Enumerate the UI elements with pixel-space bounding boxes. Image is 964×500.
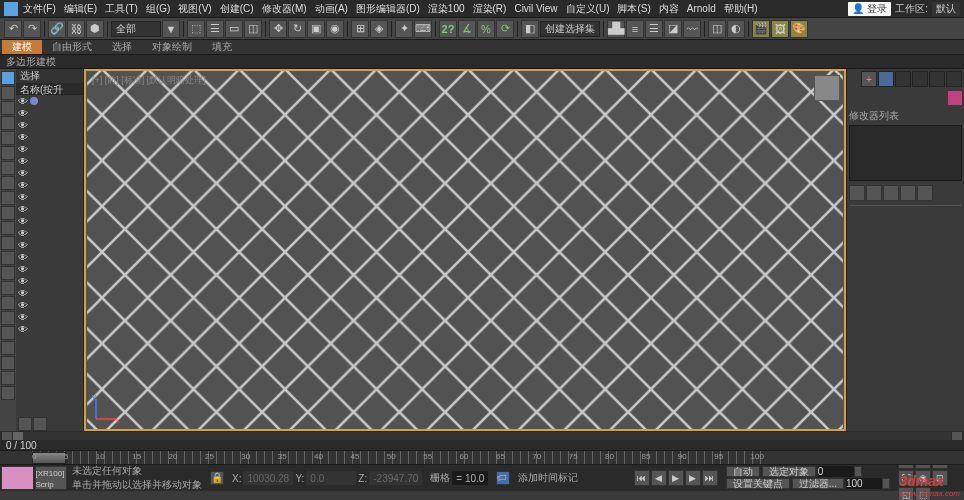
menu-script[interactable]: 脚本(S) bbox=[614, 2, 653, 16]
eye-icon[interactable]: 👁 bbox=[18, 96, 28, 106]
menu-graph[interactable]: 图形编辑器(D) bbox=[353, 2, 423, 16]
prev-frame-button[interactable]: ◀ bbox=[651, 470, 667, 486]
eye-icon[interactable]: 👁 bbox=[18, 168, 28, 178]
menu-view[interactable]: 视图(V) bbox=[175, 2, 214, 16]
tool-17[interactable] bbox=[1, 326, 15, 340]
schematic-button[interactable]: ◫ bbox=[708, 20, 726, 38]
tool-8[interactable] bbox=[1, 191, 15, 205]
eye-icon[interactable]: 👁 bbox=[18, 204, 28, 214]
stack-remove-button[interactable] bbox=[900, 185, 916, 201]
list-item[interactable]: 👁 bbox=[16, 287, 83, 299]
named-selection-dropdown[interactable]: 创建选择集 bbox=[540, 21, 600, 37]
eye-icon[interactable]: 👁 bbox=[18, 192, 28, 202]
list-item[interactable]: 👁 bbox=[16, 179, 83, 191]
link-button[interactable]: 🔗 bbox=[48, 20, 66, 38]
cmd-tab-create[interactable]: + bbox=[861, 71, 877, 87]
spinner-icon[interactable] bbox=[882, 478, 890, 489]
scroll-thumb[interactable] bbox=[13, 432, 23, 440]
tool-16[interactable] bbox=[1, 311, 15, 325]
play-button[interactable]: ▶ bbox=[668, 470, 684, 486]
eye-icon[interactable]: 👁 bbox=[18, 156, 28, 166]
tool-4[interactable] bbox=[1, 131, 15, 145]
redo-button[interactable]: ↷ bbox=[23, 20, 41, 38]
cmd-tab-display[interactable] bbox=[929, 71, 945, 87]
menu-help[interactable]: 帮助(H) bbox=[721, 2, 761, 16]
tool-12[interactable] bbox=[1, 251, 15, 265]
list-item[interactable]: 👁 bbox=[16, 299, 83, 311]
list-item[interactable]: 👁 bbox=[16, 131, 83, 143]
mini-listener-1[interactable] bbox=[1, 466, 34, 490]
material-button[interactable]: ◐ bbox=[727, 20, 745, 38]
eye-icon[interactable]: 👁 bbox=[18, 324, 28, 334]
list-item[interactable]: 👁 bbox=[16, 119, 83, 131]
menu-modifier[interactable]: 修改器(M) bbox=[259, 2, 310, 16]
menu-file[interactable]: 文件(F) bbox=[20, 2, 59, 16]
ribbon-tab-paint[interactable]: 对象绘制 bbox=[142, 40, 202, 54]
bind-button[interactable]: ⬢ bbox=[86, 20, 104, 38]
eye-icon[interactable]: 👁 bbox=[18, 144, 28, 154]
next-frame-button[interactable]: ▶ bbox=[685, 470, 701, 486]
select-rect-button[interactable]: ▭ bbox=[225, 20, 243, 38]
end-frame-input[interactable]: 100 bbox=[846, 478, 882, 489]
list-item[interactable]: 👁 bbox=[16, 263, 83, 275]
spinner-icon[interactable] bbox=[854, 466, 862, 477]
start-frame-input[interactable]: 0 bbox=[818, 466, 854, 477]
eye-icon[interactable]: 👁 bbox=[18, 288, 28, 298]
maxscript-mini[interactable]: [XR100] Scrip bbox=[0, 465, 68, 491]
place-button[interactable]: ◉ bbox=[326, 20, 344, 38]
refcoord-button[interactable]: ⊞ bbox=[351, 20, 369, 38]
snap2d-button[interactable]: 2? bbox=[439, 20, 457, 38]
tool-13[interactable] bbox=[1, 266, 15, 280]
eye-icon[interactable]: 👁 bbox=[18, 132, 28, 142]
eye-icon[interactable]: 👁 bbox=[18, 252, 28, 262]
eye-icon[interactable]: 👁 bbox=[18, 312, 28, 322]
layer-button[interactable]: ☰ bbox=[645, 20, 663, 38]
keyfilter-button[interactable]: 过滤器... bbox=[792, 478, 844, 489]
pivot-button[interactable]: ◈ bbox=[370, 20, 388, 38]
tool-11[interactable] bbox=[1, 236, 15, 250]
stack-show-button[interactable] bbox=[866, 185, 882, 201]
scroll-right-icon[interactable] bbox=[952, 432, 962, 440]
tool-14[interactable] bbox=[1, 281, 15, 295]
tool-1[interactable] bbox=[1, 86, 15, 100]
ribbon-tab-modeling[interactable]: 建模 bbox=[2, 40, 42, 54]
tool-15[interactable] bbox=[1, 296, 15, 310]
time-tag-icon[interactable]: 🏷 bbox=[496, 471, 510, 485]
add-time-tag[interactable]: 添加时间标记 bbox=[518, 471, 578, 485]
setkey-button[interactable]: 设置关键点 bbox=[726, 478, 790, 489]
move-button[interactable]: ✥ bbox=[269, 20, 287, 38]
cmd-tab-utility[interactable] bbox=[946, 71, 962, 87]
autokey-button[interactable]: 自动 bbox=[726, 466, 760, 477]
ribbon-tab-select[interactable]: 选择 bbox=[102, 40, 142, 54]
tool-select[interactable] bbox=[1, 71, 15, 85]
selection-scope-dropdown[interactable]: 全部 bbox=[111, 21, 161, 37]
explorer-btn-1[interactable] bbox=[18, 417, 32, 431]
tool-18[interactable] bbox=[1, 341, 15, 355]
scene-explorer-column[interactable]: 名称(按升 bbox=[16, 83, 83, 95]
curve-button[interactable]: 〰 bbox=[683, 20, 701, 38]
render-setup-button[interactable]: 🎬 bbox=[752, 20, 770, 38]
menu-render100[interactable]: 渲染100 bbox=[425, 2, 468, 16]
viewcube[interactable] bbox=[814, 75, 840, 101]
workspace-dropdown[interactable]: 默认 bbox=[932, 2, 960, 16]
manip-button[interactable]: ✦ bbox=[395, 20, 413, 38]
menu-arnold[interactable]: Arnold bbox=[684, 3, 719, 14]
list-item[interactable]: 👁 bbox=[16, 107, 83, 119]
list-item[interactable]: 👁 bbox=[16, 203, 83, 215]
menu-anim[interactable]: 动画(A) bbox=[312, 2, 351, 16]
list-item[interactable]: 👁 bbox=[16, 215, 83, 227]
select-name-button[interactable]: ☰ bbox=[206, 20, 224, 38]
tool-3[interactable] bbox=[1, 116, 15, 130]
x-input[interactable]: 10030.28 bbox=[243, 471, 293, 485]
stack-unique-button[interactable] bbox=[883, 185, 899, 201]
cmd-tab-modify[interactable] bbox=[878, 71, 894, 87]
ribbon-tab-freeform[interactable]: 自由形式 bbox=[42, 40, 102, 54]
select-button[interactable]: ⬚ bbox=[187, 20, 205, 38]
tool-5[interactable] bbox=[1, 146, 15, 160]
menu-civil[interactable]: Civil View bbox=[511, 3, 560, 14]
mini-listener-2[interactable]: [XR100] Scrip bbox=[35, 466, 68, 490]
menu-render[interactable]: 渲染(R) bbox=[470, 2, 510, 16]
list-item[interactable]: 👁 bbox=[16, 167, 83, 179]
list-item[interactable]: 👁 bbox=[16, 155, 83, 167]
filter-button[interactable]: ▼ bbox=[162, 20, 180, 38]
